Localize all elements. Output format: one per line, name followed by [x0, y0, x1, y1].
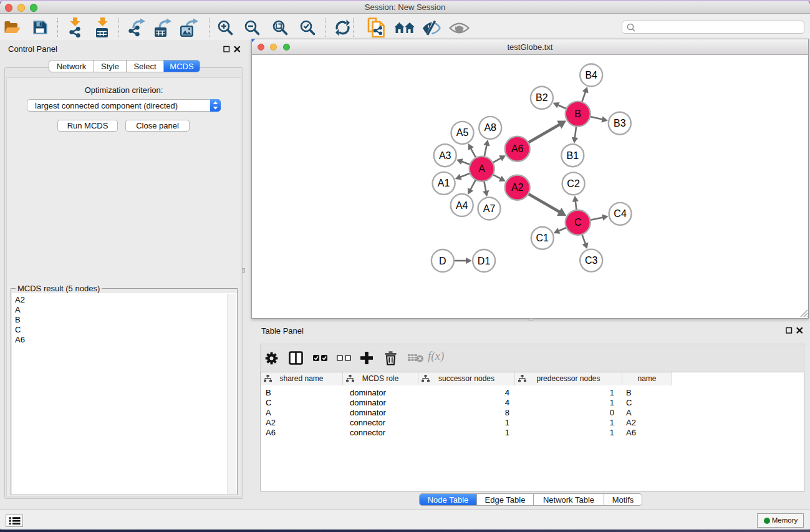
svg-text:A8: A8: [484, 122, 496, 133]
svg-text:A1: A1: [438, 178, 450, 188]
svg-text:B4: B4: [585, 70, 597, 80]
svg-text:D1: D1: [478, 256, 491, 266]
svg-text:B: B: [574, 109, 581, 119]
svg-text:A5: A5: [456, 127, 469, 138]
svg-text:C2: C2: [567, 178, 580, 189]
svg-text:A7: A7: [483, 203, 496, 214]
svg-text:A4: A4: [456, 200, 468, 211]
svg-text:B3: B3: [614, 118, 626, 128]
svg-text:D: D: [439, 256, 446, 266]
svg-text:B1: B1: [567, 150, 579, 161]
svg-text:C3: C3: [585, 255, 598, 266]
svg-text:B2: B2: [536, 92, 548, 103]
svg-text:A6: A6: [511, 143, 524, 154]
svg-text:C: C: [574, 217, 582, 228]
svg-text:A2: A2: [511, 182, 524, 193]
svg-text:A3: A3: [439, 150, 451, 161]
svg-text:C4: C4: [614, 208, 627, 219]
svg-text:C1: C1: [536, 233, 549, 243]
svg-text:A: A: [478, 163, 485, 174]
